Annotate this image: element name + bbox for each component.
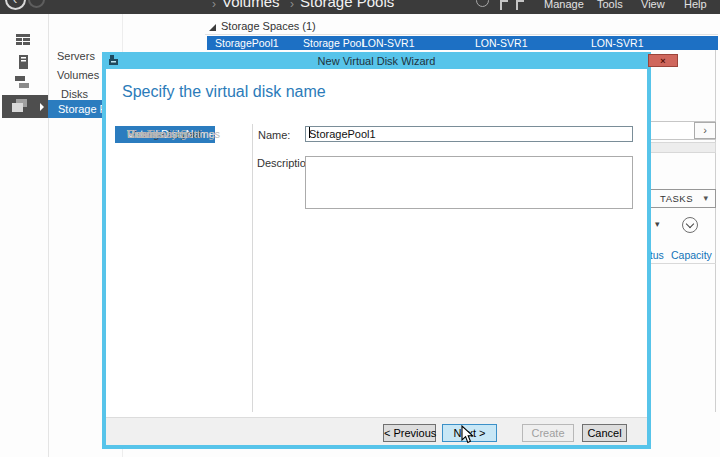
flyout-arrow-icon [40, 103, 44, 111]
forward-button[interactable] [28, 0, 45, 8]
new-virtual-disk-wizard: New Virtual Disk Wizard – □ × Specify th… [102, 52, 651, 449]
group-header-divider [205, 34, 718, 35]
wizard-titlebar[interactable]: New Virtual Disk Wizard – □ × [102, 52, 651, 69]
wizard-step-results: Results [115, 126, 164, 143]
menu-manage[interactable]: Manage [544, 0, 584, 10]
text-caret [309, 127, 310, 138]
filter-dropdown-icon[interactable]: ▾ [655, 219, 660, 229]
mouse-cursor-icon [461, 425, 474, 444]
description-textarea[interactable] [305, 156, 633, 209]
step-form-divider [252, 124, 253, 412]
tasks-caret-icon: ▾ [703, 193, 708, 203]
wizard-title: New Virtual Disk Wizard [102, 52, 651, 70]
breadcrumb-chevron-icon: › [212, 0, 216, 11]
name-input[interactable]: StoragePool1 [305, 126, 633, 142]
menu-help[interactable]: Help [684, 0, 707, 10]
menu-view[interactable]: View [641, 0, 665, 10]
flag-cloth [518, 0, 524, 2]
column-header-capacity[interactable]: Capacity [671, 249, 712, 261]
storage-pools-icon [12, 99, 27, 112]
close-button[interactable]: × [648, 54, 678, 67]
server-icon [19, 55, 28, 69]
notification-flag-icon[interactable] [500, 0, 508, 10]
wizard-heading: Specify the virtual disk name [122, 83, 326, 101]
group-collapse-triangle-icon[interactable] [209, 24, 216, 31]
back-arrow-icon: ‹ [13, 0, 17, 6]
server-manager-screen: ‹ › Volumes › Storage Pools Manage Tools… [0, 0, 720, 457]
wizard-body: Specify the virtual disk name Before You… [106, 69, 647, 445]
cancel-button[interactable]: Cancel [582, 424, 627, 442]
menu-tools[interactable]: Tools [597, 0, 623, 10]
breadcrumb-separator-icon: › [290, 0, 294, 11]
row-cell-type: Storage Pool [303, 37, 364, 49]
sidebar-item-servers[interactable]: Servers [57, 50, 95, 62]
row-cell-server-2: LON-SVR1 [475, 37, 528, 49]
tasks-label: TASKS [660, 193, 693, 204]
previous-button[interactable]: < Previous [383, 424, 436, 442]
name-field-label: Name: [258, 129, 290, 141]
sidebar-item-disks[interactable]: Disks [61, 88, 88, 100]
notification-flag-icon-2[interactable] [516, 0, 524, 10]
chevron-down-icon [686, 220, 694, 228]
wizard-footer: < Previous Next > Create Cancel [106, 417, 647, 445]
collapse-section-button[interactable] [682, 217, 698, 233]
scroll-right-button[interactable]: › [694, 122, 716, 139]
name-input-value: StoragePool1 [309, 127, 376, 141]
rail-item-file-storage-services[interactable] [2, 95, 48, 118]
panel-right-edge [715, 50, 716, 412]
row-cell-server-3: LON-SVR1 [591, 37, 644, 49]
group-header-label: Storage Spaces (1) [221, 20, 316, 32]
disks-icon [15, 76, 29, 88]
row-cell-name: StoragePool1 [215, 37, 279, 49]
breadcrumb-item-storage-pools[interactable]: Storage Pools [300, 0, 394, 10]
back-button[interactable]: ‹ [5, 0, 26, 10]
breadcrumb-item-volumes[interactable]: Volumes [222, 0, 280, 10]
dashboard-grid-icon [16, 34, 30, 45]
sidebar-item-volumes[interactable]: Volumes [57, 69, 99, 81]
rail-divider [48, 14, 49, 457]
storage-pool-row[interactable]: StoragePool1 Storage Pool LON-SVR1 LON-S… [207, 36, 718, 50]
create-button: Create [522, 424, 574, 442]
refresh-icon[interactable] [476, 0, 489, 7]
topbar: ‹ › Volumes › Storage Pools Manage Tools… [0, 0, 720, 14]
row-cell-server-1: LON-SVR1 [362, 37, 415, 49]
flag-cloth [502, 0, 508, 2]
